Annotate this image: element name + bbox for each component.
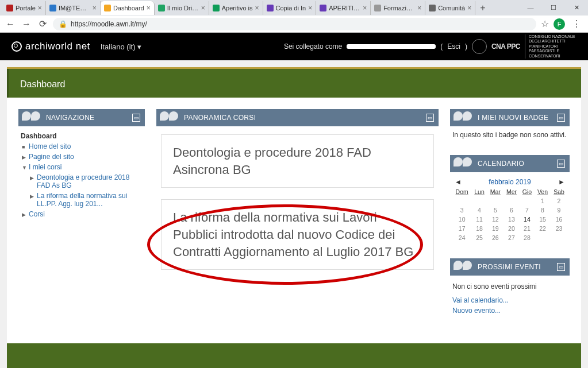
browser-tab[interactable]: IM@TERIA× (46, 1, 101, 15)
block-body: Dashboard ■Home del sito ▶Pagine del sit… (18, 126, 145, 224)
browser-tab[interactable]: Il mio Drive× (155, 1, 209, 15)
calendar-day[interactable]: 17 (452, 224, 471, 233)
calendar-day[interactable]: 2 (551, 196, 567, 206)
logout-link[interactable]: Esci (447, 42, 460, 51)
close-window-button[interactable]: ✕ (565, 0, 588, 16)
tab-close-icon[interactable]: × (201, 4, 205, 12)
reload-button[interactable]: ⟳ (37, 18, 48, 30)
calendar-day[interactable]: 4 (471, 206, 487, 215)
new-event-link[interactable]: Nuovo evento... (452, 305, 567, 316)
browser-tab[interactable]: APERITIVO× (316, 1, 371, 15)
nav-course-1[interactable]: Deontologia e procedure 2018 FAD As BG (37, 173, 129, 189)
tab-close-icon[interactable]: × (363, 4, 367, 12)
calendar-day[interactable]: 26 (487, 233, 504, 242)
calendar-prev-button[interactable]: ◄ (455, 178, 462, 186)
expand-icon[interactable]: ▶ (22, 212, 26, 218)
calendar-day[interactable]: 18 (471, 224, 487, 233)
calendar-day[interactable]: 15 (535, 215, 551, 224)
calendar-weekday[interactable]: Mar (487, 187, 504, 196)
calendar-weekday[interactable]: Ven (535, 187, 551, 196)
back-button[interactable]: ← (5, 18, 16, 30)
nav-course-2[interactable]: La riforma della normativa sui LL.PP. Ag… (37, 192, 127, 208)
collapse-block-button[interactable]: ▭ (557, 114, 565, 122)
calendar-day[interactable]: 1 (535, 196, 551, 206)
browser-tab[interactable]: Portale× (3, 1, 46, 15)
calendar-day[interactable]: 11 (471, 215, 487, 224)
browser-tab[interactable]: Comunità× (425, 1, 475, 15)
browser-tab[interactable]: Aperitivo is× (209, 1, 263, 15)
profile-avatar[interactable]: F (554, 18, 565, 30)
tab-close-icon[interactable]: × (467, 4, 471, 12)
collapse-block-button[interactable]: ▭ (557, 160, 565, 168)
expand-icon[interactable]: ▶ (30, 175, 34, 181)
calendar-day[interactable]: 8 (535, 206, 551, 215)
collapse-block-button[interactable]: ▭ (426, 114, 434, 122)
tab-close-icon[interactable]: × (255, 4, 259, 12)
calendar-day[interactable]: 21 (520, 224, 535, 233)
calendar-day[interactable]: 5 (487, 206, 504, 215)
block-title: NAVIGAZIONE (46, 114, 132, 122)
calendar-month[interactable]: febbraio 2019 (489, 178, 531, 186)
quote-decor-icon (450, 155, 478, 172)
tab-close-icon[interactable]: × (147, 4, 151, 12)
tab-close-icon[interactable]: × (308, 4, 312, 12)
calendar-day[interactable]: 3 (452, 206, 471, 215)
calendar-day[interactable]: 16 (551, 215, 567, 224)
expand-icon[interactable]: ▶ (22, 154, 26, 160)
chrome-menu-icon[interactable]: ⋮ (570, 18, 583, 29)
minimize-button[interactable]: — (519, 0, 542, 16)
calendar-day[interactable]: 7 (520, 206, 535, 215)
nav-my-courses[interactable]: I miei corsi (29, 163, 62, 171)
org-badge: CNA PPC CONSIGLIO NAZIONALE DEGLI ARCHIT… (472, 34, 577, 59)
collapse-icon[interactable]: ▼ (22, 165, 27, 171)
browser-tab[interactable]: Dashboard× (101, 1, 155, 15)
login-info: Sei collegato come (Esci) CNA PPC CONSIG… (284, 34, 577, 59)
nav-dashboard[interactable]: Dashboard (21, 132, 57, 140)
calendar-next-button[interactable]: ► (558, 178, 565, 186)
forward-button[interactable]: → (21, 18, 32, 30)
calendar-day[interactable]: 20 (504, 224, 520, 233)
calendar-weekday[interactable]: Mer (504, 187, 520, 196)
calendar-day[interactable]: 19 (487, 224, 504, 233)
calendar-day[interactable]: 25 (471, 233, 487, 242)
nav-home[interactable]: Home del sito (29, 142, 71, 150)
calendar-day[interactable]: 23 (551, 224, 567, 233)
calendar-weekday[interactable]: Gio (520, 187, 535, 196)
calendar-day[interactable]: 12 (487, 215, 504, 224)
block-body: Non ci sono eventi prossimi Vai al calen… (450, 276, 570, 320)
calendar-weekday[interactable]: Dom (452, 187, 471, 196)
calendar-day[interactable]: 27 (504, 233, 520, 242)
collapse-block-button[interactable]: ▭ (132, 114, 140, 122)
url-input[interactable]: 🔒 https://moodle.awn.it/my/ (53, 18, 536, 30)
brand[interactable]: archiworld net (11, 41, 90, 52)
expand-icon[interactable]: ▶ (30, 193, 34, 199)
calendar-day[interactable]: 10 (452, 215, 471, 224)
browser-tab[interactable]: Copia di In× (263, 1, 317, 15)
tab-close-icon[interactable]: × (93, 4, 97, 12)
calendar-day[interactable]: 14 (520, 215, 535, 224)
calendar-weekday[interactable]: Lun (471, 187, 487, 196)
events-empty-text: Non ci sono eventi prossimi (452, 280, 567, 295)
calendar-day[interactable]: 28 (520, 233, 535, 242)
chevron-down-icon: ▾ (137, 42, 141, 51)
bookmark-star-icon[interactable]: ☆ (541, 18, 549, 29)
language-selector[interactable]: Italiano (it) ▾ (101, 42, 141, 51)
browser-tab[interactable]: Formazione× (371, 1, 425, 15)
tab-close-icon[interactable]: × (38, 4, 42, 12)
course-card[interactable]: Deontologia e procedure 2018 FAD Asincro… (161, 134, 434, 188)
course-card[interactable]: La riforma della normativa sui Lavori Pu… (161, 199, 434, 270)
calendar-weekday[interactable]: Sab (551, 187, 567, 196)
calendar-day[interactable]: 6 (504, 206, 520, 215)
calendar-day[interactable]: 22 (535, 224, 551, 233)
nav-site-pages[interactable]: Pagine del sito (29, 153, 74, 161)
goto-calendar-link[interactable]: Vai al calendario... (452, 295, 567, 305)
maximize-button[interactable]: ☐ (542, 0, 565, 16)
calendar-day[interactable]: 24 (452, 233, 471, 242)
page-title: Dashboard (7, 69, 581, 98)
collapse-block-button[interactable]: ▭ (557, 263, 565, 271)
calendar-day[interactable]: 13 (504, 215, 520, 224)
tab-close-icon[interactable]: × (417, 4, 421, 12)
nav-courses[interactable]: Corsi (29, 210, 45, 218)
new-tab-button[interactable]: + (475, 3, 490, 13)
calendar-day[interactable]: 9 (551, 206, 567, 215)
